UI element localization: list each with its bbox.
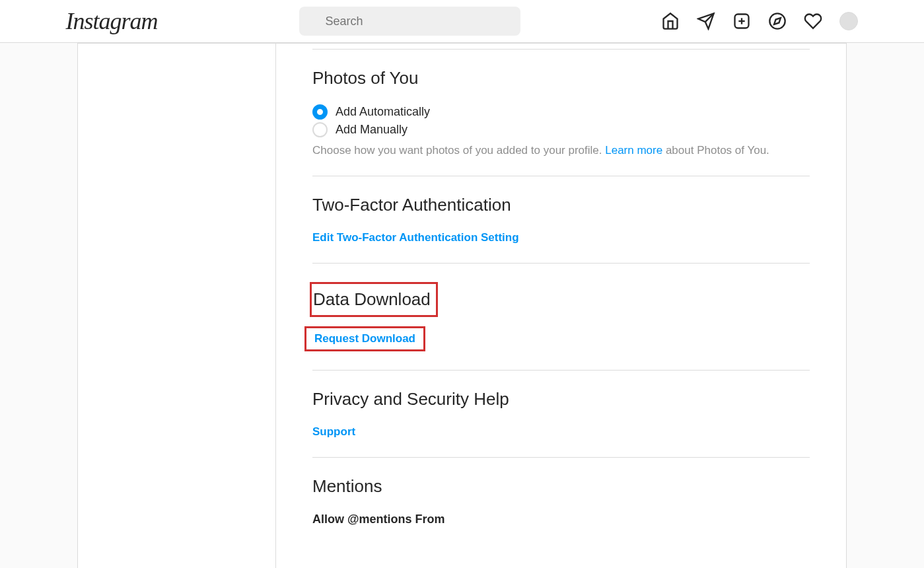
search-input[interactable]: [299, 7, 520, 36]
content-area: Photos of You Add Automatically Add Manu…: [276, 44, 846, 568]
mentions-subtitle: Allow @mentions From: [312, 513, 810, 526]
help-text-prefix: Choose how you want photos of you added …: [312, 144, 605, 157]
search-container: [299, 7, 520, 36]
radio-label-auto: Add Automatically: [336, 105, 430, 119]
help-text-suffix: about Photos of You.: [662, 144, 769, 157]
learn-more-link[interactable]: Learn more: [605, 144, 662, 157]
search-wrapper: [299, 7, 520, 36]
avatar[interactable]: [839, 12, 858, 30]
svg-marker-8: [775, 18, 781, 24]
request-download-highlight-wrapper: Request Download: [304, 326, 810, 351]
mentions-section: Mentions Allow @mentions From: [312, 457, 810, 545]
instagram-logo[interactable]: Instagram: [66, 7, 158, 35]
photos-of-you-section: Photos of You Add Automatically Add Manu…: [312, 49, 810, 176]
header-inner: Instagram: [53, 7, 872, 36]
radio-label-manual: Add Manually: [336, 123, 408, 137]
radio-add-automatically[interactable]: Add Automatically: [312, 104, 810, 120]
mentions-title: Mentions: [312, 476, 810, 497]
radio-circle-selected: [312, 104, 328, 120]
request-download-link[interactable]: Request Download: [314, 332, 415, 345]
radio-circle: [312, 122, 328, 137]
main-container: Photos of You Add Automatically Add Manu…: [0, 43, 924, 568]
svg-point-7: [770, 13, 785, 28]
settings-sidebar: [78, 44, 276, 568]
home-icon[interactable]: [661, 12, 680, 30]
radio-add-manually[interactable]: Add Manually: [312, 122, 810, 137]
activity-icon[interactable]: [804, 12, 822, 30]
header: Instagram: [0, 0, 924, 43]
content-box: Photos of You Add Automatically Add Manu…: [77, 43, 847, 568]
data-download-highlight: Data Download: [310, 282, 438, 317]
photos-of-you-title: Photos of You: [312, 68, 810, 89]
photos-radio-group: Add Automatically Add Manually: [312, 104, 810, 137]
request-download-highlight: Request Download: [304, 326, 425, 351]
two-factor-section: Two-Factor Authentication Edit Two-Facto…: [312, 176, 810, 263]
support-link[interactable]: Support: [312, 425, 355, 439]
messages-icon[interactable]: [697, 12, 715, 30]
new-post-icon[interactable]: [732, 12, 751, 30]
nav-icons: [661, 12, 858, 30]
privacy-help-section: Privacy and Security Help Support: [312, 370, 810, 457]
photos-help-text: Choose how you want photos of you added …: [312, 144, 810, 157]
data-download-section: Data Download Request Download: [312, 263, 810, 370]
data-download-title: Data Download: [313, 289, 431, 310]
explore-icon[interactable]: [768, 12, 787, 30]
privacy-help-title: Privacy and Security Help: [312, 389, 810, 409]
two-factor-title: Two-Factor Authentication: [312, 195, 810, 215]
edit-two-factor-link[interactable]: Edit Two-Factor Authentication Setting: [312, 231, 519, 244]
